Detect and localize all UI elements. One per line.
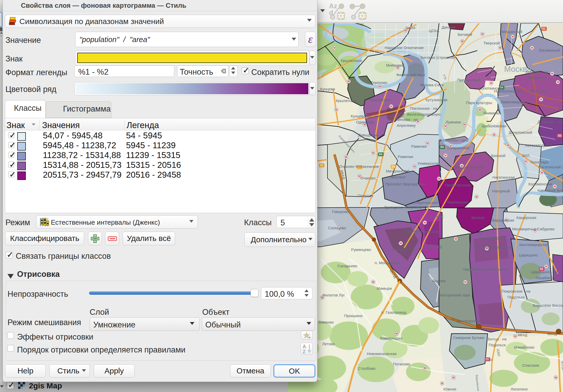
- svg-text:Пресненский: Пресненский: [457, 78, 481, 82]
- svg-text:Кунцевская · на: Кунцевская · на: [351, 114, 379, 118]
- svg-text:Воробьёвы горы: Воробьёвы горы: [439, 138, 468, 142]
- svg-text:Столбово: Столбово: [358, 366, 375, 371]
- svg-text:Курская · на: Курская · на: [526, 70, 548, 74]
- svg-text:Филатов Луг: Филатов Луг: [323, 293, 345, 297]
- svg-text:D1: D1: [542, 27, 546, 30]
- svg-text:Новомосковская: Новомосковская: [367, 351, 396, 356]
- svg-text:Динамо: Динамо: [442, 25, 456, 29]
- svg-text:МКАД: МКАД: [518, 333, 527, 337]
- svg-text:Даниловский: Даниловский: [509, 130, 532, 135]
- svg-text:Зименки: Зименки: [318, 320, 333, 324]
- svg-text:Нагатинская: Нагатинская: [492, 175, 515, 179]
- svg-text:Саларьево: Саларьево: [337, 264, 357, 268]
- svg-text:Университет: Университет: [417, 161, 440, 166]
- svg-text:Давыдково: Давыдково: [358, 133, 378, 137]
- svg-text:Гагаринский: Гагаринский: [448, 146, 470, 150]
- svg-text:проспект: проспект: [390, 175, 406, 179]
- svg-text:Апрелевку: Апрелевку: [397, 123, 416, 128]
- svg-text:Поклонная · на: Поклонная · на: [410, 106, 437, 111]
- svg-text:Коммунарка: Коммунарка: [380, 336, 402, 340]
- svg-text:Мамыри: Мамыри: [377, 286, 392, 291]
- svg-text:Обручевский: Обручевский: [415, 200, 438, 205]
- svg-text:п. Газопровод: п. Газопровод: [381, 310, 406, 315]
- svg-text:Подольск: Подольск: [507, 295, 525, 299]
- svg-text:Беговая (строится): Беговая (строится): [421, 55, 455, 60]
- svg-text:Чертаново Центральное: Чертаново Центральное: [463, 267, 507, 271]
- svg-text:Кутузовская: Кутузовская: [426, 98, 448, 102]
- svg-text:Дубровка · Угре: Дубровка · Угре: [538, 120, 563, 124]
- svg-text:Очаково: Очаково: [360, 176, 376, 180]
- svg-text:Терехово: Терехово: [371, 80, 387, 85]
- svg-text:D1: D1: [392, 165, 395, 168]
- svg-text:Царицыно · на: Царицыно · на: [531, 270, 558, 274]
- svg-text:Зорге: Зорге: [405, 26, 415, 30]
- svg-text:Измайлово: Измайлово: [514, 345, 534, 349]
- svg-text:Чертаново Северное: Чертаново Северное: [474, 245, 512, 249]
- svg-text:Нахабино: Нахабино: [536, 276, 553, 280]
- svg-text:Одинцово: Одинцово: [356, 120, 374, 124]
- svg-text:Замоскворечье: Замоскворечье: [500, 100, 528, 104]
- svg-text:Парк культуры: Парк культуры: [466, 100, 492, 105]
- svg-text:Новокузнецкая: Новокузнецкая: [494, 89, 521, 93]
- svg-text:Румянцево: Румянцево: [351, 247, 371, 252]
- svg-text:Коломенская: Коломенская: [528, 182, 552, 186]
- svg-text:Профсоюзная: Профсоюзная: [445, 183, 471, 187]
- svg-text:Крылатское: Крылатское: [336, 98, 357, 103]
- svg-text:Проспект Вернадского: Проспект Вернадского: [385, 182, 426, 186]
- svg-text:Бирюлёво Восточ: Бирюлёво Восточ: [533, 303, 563, 308]
- svg-text:Лужники: Лужники: [445, 120, 461, 124]
- svg-text:Зюзино: Зюзино: [471, 215, 484, 220]
- svg-text:Ясенев: Ясенев: [432, 279, 445, 283]
- svg-text:Южное: Южное: [443, 387, 456, 391]
- svg-text:Донской: Донской: [490, 153, 505, 158]
- svg-text:Тропарёво: Тропарёво: [406, 229, 425, 233]
- svg-text:D2: D2: [558, 134, 561, 137]
- svg-text:Академический: Академический: [456, 165, 483, 169]
- svg-text:Таганский: Таганский: [529, 89, 547, 93]
- svg-text:Калужс: Калужс: [430, 214, 444, 218]
- svg-text:Варшавская: Варшавская: [492, 218, 514, 222]
- svg-text:Очаково-Матвеевское: Очаково-Матвеевское: [339, 164, 379, 169]
- svg-text:Солнцево: Солнцево: [328, 226, 346, 230]
- svg-text:Лесопарковая: Лесопарковая: [457, 319, 482, 323]
- svg-text:Царицыно: Царицыно: [519, 253, 538, 257]
- svg-text:D4: D4: [441, 146, 444, 148]
- svg-text:Нагорный: Нагорный: [492, 189, 510, 193]
- svg-text:Минская · на: Минская · на: [395, 117, 418, 122]
- svg-text:Кленовый бульв: Кленовый бульв: [537, 188, 563, 193]
- svg-text:Коньково: Коньково: [424, 229, 440, 234]
- svg-text:Шаболовская: Шаболовская: [482, 124, 506, 128]
- svg-text:Кунцево: Кунцево: [320, 87, 335, 91]
- svg-text:Москва-Сити: Москва-Сити: [420, 83, 444, 87]
- svg-text:Нагатинский З: Нагатинский З: [538, 165, 563, 169]
- svg-text:Тропарево-Никулино: Тропарево-Никулино: [384, 205, 422, 209]
- svg-text:ЮВХ: ЮВХ: [485, 358, 493, 362]
- svg-text:Тёплый Стан: Тёплый Стан: [391, 247, 415, 252]
- svg-text:Раменки: Раменки: [411, 144, 427, 148]
- svg-text:Железнодорожную: Железнодорожную: [406, 112, 441, 116]
- svg-text:Автозаводская: Автозаводская: [525, 143, 552, 147]
- svg-text:Лопатино: Лопатино: [511, 387, 528, 391]
- svg-text:Покровское · на: Покровское · на: [502, 289, 530, 293]
- svg-text:Басманный: Басманный: [539, 48, 560, 52]
- svg-text:Битцевский парк: Битцевский парк: [440, 293, 470, 297]
- svg-text:Технопарк: Технопарк: [530, 160, 549, 164]
- svg-text:D4: D4: [379, 153, 382, 156]
- svg-text:Мещанский: Мещанский: [502, 29, 522, 34]
- svg-text:Народное Ополчение: Народное Ополчение: [385, 45, 424, 50]
- svg-text:Беговой: Беговой: [458, 32, 472, 37]
- svg-text:Мичуринский: Мичуринский: [386, 169, 410, 173]
- svg-text:Потапово: Потапово: [393, 362, 410, 366]
- svg-text:Черёмушки: Черёмушки: [447, 200, 468, 204]
- svg-text:Якиманка: Якиманка: [483, 111, 501, 115]
- svg-text:Ясенево: Ясенево: [423, 244, 442, 249]
- svg-text:Москворечье-Сабурово: Москворечье-Сабурово: [512, 227, 554, 231]
- svg-text:Апрелевку: Апрелевку: [527, 75, 546, 80]
- svg-text:Филёвский парк: Филёвский парк: [396, 73, 425, 77]
- svg-text:Крылатское: Крылатское: [341, 58, 362, 63]
- svg-text:ЗИЛ: ЗИЛ: [522, 153, 529, 158]
- svg-text:Раменки: Раменки: [398, 154, 413, 159]
- svg-text:Мнёвники: Мнёвники: [386, 63, 404, 67]
- svg-text:МКАД: МКАД: [548, 332, 557, 336]
- svg-text:Прокшино: Прокшино: [344, 313, 362, 318]
